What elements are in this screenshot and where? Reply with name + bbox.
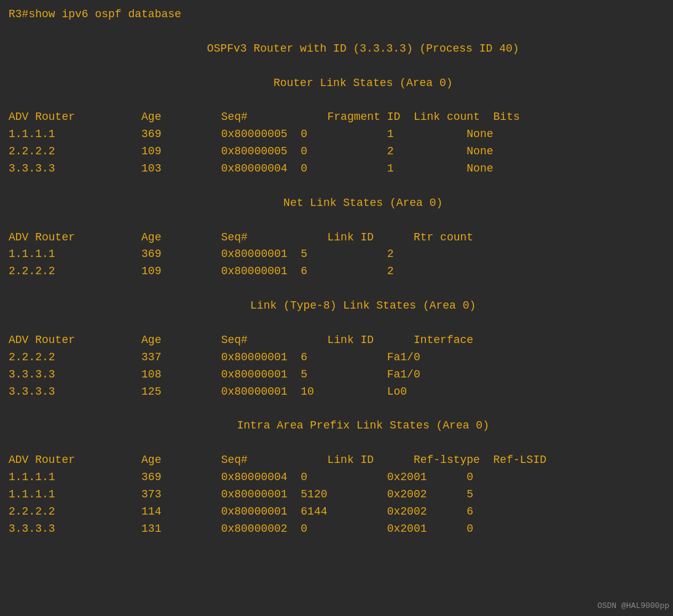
prompt-line: R3#show ipv6 ospf database: [9, 6, 664, 23]
section-0-row-2: 3.3.3.3 103 0x80000004 0 1 None: [9, 160, 664, 178]
section-3-row-0: 1.1.1.1 369 0x80000004 0 0x2001 0: [9, 469, 664, 486]
ospfv3-header: OSPFv3 Router with ID (3.3.3.3) (Process…: [9, 41, 664, 58]
section-columns-2: ADV Router Age Seq# Link ID Interface: [9, 332, 664, 349]
terminal: R3#show ipv6 ospf database OSPFv3 Router…: [9, 6, 664, 75]
section-columns-1: ADV Router Age Seq# Link ID Rtr count: [9, 229, 664, 247]
section-3-row-3: 3.3.3.3 131 0x80000002 0 0x2001 0: [9, 521, 664, 538]
section-1-row-1: 2.2.2.2 109 0x80000001 6 2: [9, 263, 664, 280]
section-1-row-0: 1.1.1.1 369 0x80000001 5 2: [9, 246, 664, 263]
section-0-row-0: 1.1.1.1 369 0x80000005 0 1 None: [9, 126, 664, 143]
section-3-row-2: 2.2.2.2 114 0x80000001 6144 0x2002 6: [9, 503, 664, 521]
section-3-row-1: 1.1.1.1 373 0x80000001 5120 0x2002 5: [9, 486, 664, 503]
section-2-row-0: 2.2.2.2 337 0x80000001 6 Fa1/0: [9, 349, 664, 366]
section-title-1: Net Link States (Area 0): [9, 195, 664, 212]
section-columns-3: ADV Router Age Seq# Link ID Ref-lstype R…: [9, 452, 664, 469]
section-2-row-2: 3.3.3.3 125 0x80000001 10 Lo0: [9, 384, 664, 401]
section-0-row-1: 2.2.2.2 109 0x80000005 0 2 None: [9, 143, 664, 160]
section-2-row-1: 3.3.3.3 108 0x80000001 5 Fa1/0: [9, 366, 664, 384]
section-title-0: Router Link States (Area 0): [9, 75, 664, 92]
sections-container: Router Link States (Area 0) ADV Router A…: [9, 75, 664, 555]
section-columns-0: ADV Router Age Seq# Fragment ID Link cou…: [9, 109, 664, 126]
section-title-3: Intra Area Prefix Link States (Area 0): [9, 417, 664, 435]
watermark: OSDN @HAL9000pp: [597, 600, 669, 612]
section-title-2: Link (Type-8) Link States (Area 0): [9, 298, 664, 315]
